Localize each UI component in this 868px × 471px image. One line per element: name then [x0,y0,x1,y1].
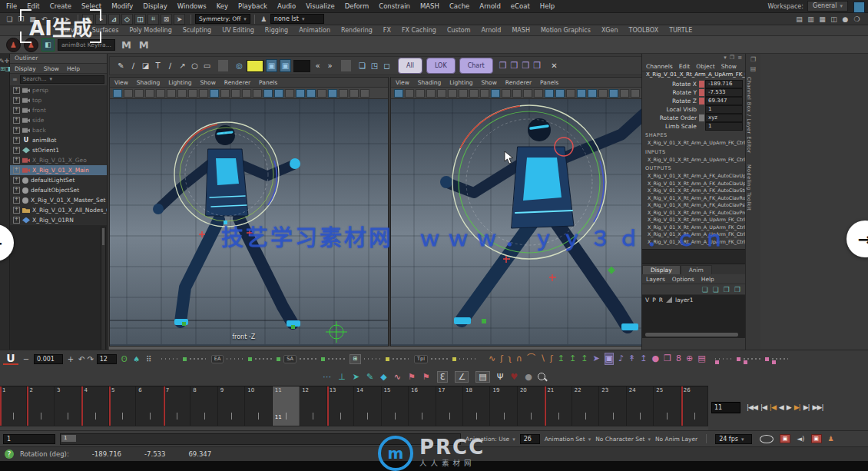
slider-token[interactable] [321,357,325,361]
safe-action-icon[interactable] [523,89,532,98]
timeline-frame[interactable]: 3 3 [55,386,81,426]
nudge-arrow-button[interactable]: ↷ [87,355,93,363]
layer-name[interactable]: layer1 [675,297,694,303]
start-frame-field[interactable]: 1 [3,434,55,444]
slider-token[interactable] [744,358,762,360]
output-node[interactable]: X_Rig_V_01_X_Rt_Arm_A_FK_AutoClavPstd_B.… [642,202,745,210]
pan-zoom-icon[interactable] [448,89,457,98]
flag-icon[interactable]: ⚑ [408,372,416,382]
slider-token[interactable] [183,357,187,361]
viewport-menu[interactable]: Show [200,79,216,86]
list-icon[interactable]: ▤ [475,371,489,383]
menu-item[interactable]: Cache [449,2,469,10]
epsilon-icon[interactable]: Ɛ [437,371,449,383]
step-forward-frame-button[interactable]: ▶| [802,403,811,411]
slider-token[interactable] [772,358,790,360]
timeline-frame[interactable]: 19 19 [490,386,517,426]
layer-editor-menu[interactable]: Help [701,276,714,283]
shelf-tab[interactable]: XGen [601,27,618,35]
move-layer-down-icon[interactable]: ❐ [734,286,740,294]
slider-token[interactable] [765,355,769,363]
image-plane-icon[interactable] [156,89,165,98]
ease-snap-icon[interactable]: ʃ [550,353,553,364]
ease-s-icon[interactable]: ʃ [500,353,503,364]
channelbox-menu[interactable]: Edit [679,63,691,70]
output-node[interactable]: X_Rig_V_01_X_Rt_Arm_A_UpArm_FK_Ctrl_Ro..… [642,217,745,224]
slider-token[interactable] [277,357,280,361]
next-icon[interactable]: » [325,60,335,71]
layer-editor-menu[interactable]: Options [672,276,694,283]
stand-icon[interactable]: ↥ [640,353,647,364]
color-swatch[interactable] [247,60,263,72]
outliner-item[interactable]: X_Rig_V_01_X_Main [10,165,107,175]
timeline-frame[interactable]: 11 11 [273,386,300,426]
web-icon[interactable]: ⊕ [686,353,693,364]
viewport-front[interactable]: ViewShadingLightingShowRendererPanels [109,77,389,347]
outliner-item[interactable]: defaultLightSet [10,175,107,185]
field-chart-icon[interactable] [231,89,240,98]
layer-row[interactable]: V P R layer1 [642,295,745,304]
timeline-frame[interactable]: 23 23 [599,386,626,426]
snap-view-icon[interactable]: ◫ [134,14,146,25]
timeline-frame[interactable]: 9 9 [218,386,245,426]
ease-arch-icon[interactable]: ∩ [516,353,522,364]
pencil-icon[interactable]: ✎ [116,60,126,71]
mash-shelf-icon[interactable]: M [121,39,131,51]
shelf-tab[interactable]: Arnold [482,27,502,35]
export-region-icon[interactable]: ◻ [382,60,392,71]
spade-icon[interactable]: ♠ [132,355,141,363]
render-region-icon[interactable]: ▥ [806,15,816,24]
workspace-value[interactable]: General [807,1,848,12]
slider-token[interactable]: Tpl [414,355,428,363]
render-settings-icon[interactable]: ◫ [829,15,839,24]
expand-icon[interactable] [13,197,20,204]
slider-token[interactable] [328,358,346,360]
shelf-tab[interactable]: Poly Modeling [129,27,171,35]
outliner-item[interactable]: front [10,105,107,115]
smooth-shade-icon[interactable] [609,89,618,98]
decrement-button[interactable]: − [22,355,31,363]
slider-token[interactable] [459,358,478,360]
lock-icon[interactable]: ⊠ [161,14,172,25]
expand-icon[interactable] [13,217,20,224]
picker-folder-icon[interactable]: ❒ [511,61,518,71]
shelf-tab[interactable]: MASH [512,27,529,35]
slider-token[interactable] [715,358,734,360]
outliner-vscrollbar[interactable] [101,227,106,366]
select-camera-icon[interactable] [394,89,403,98]
shelf-tab[interactable]: Sculpting [183,27,211,35]
layer-reference-toggle[interactable]: R [659,297,663,303]
channel-value[interactable]: 1 [705,105,743,114]
mute-icon[interactable]: ◄) [797,435,804,443]
menu-item[interactable]: Modify [111,2,133,10]
shelf-tab[interactable]: Motion Graphics [541,27,591,35]
outliner-item[interactable]: X_Rig_V_01_X_Geo [10,155,107,165]
expand-icon[interactable] [13,177,20,184]
viewport-menu[interactable]: Shading [137,79,160,86]
branch-icon[interactable]: Ψ [497,372,504,382]
layer-visible-toggle[interactable]: V [645,297,649,303]
step-back-frame-button[interactable]: |◀ [759,403,768,411]
slider-token[interactable] [364,358,383,360]
viewport-menu[interactable]: Panels [540,79,558,86]
pan-zoom-icon[interactable] [167,89,176,98]
play-backwards-button[interactable]: ◀ [777,403,785,411]
tripod-c-icon[interactable]: ↥ [581,353,588,364]
menu-item[interactable]: Visualize [306,2,334,10]
textured-icon[interactable] [620,89,629,98]
viewport-front-canvas[interactable]: front -Z [110,99,388,344]
outliner-menu[interactable]: Display [15,65,36,72]
shelf-tab[interactable]: FX Caching [402,27,436,35]
expand-icon[interactable] [13,167,20,174]
output-node[interactable]: X_Rig_V_01_X_Rt_Arm_A_FK_AutoClavProd_..… [642,210,745,217]
grease-pencil-icon[interactable] [459,89,468,98]
lock-camera-icon[interactable] [405,89,414,98]
bookmarks-icon[interactable] [426,89,436,98]
sidebar-strip-icon[interactable]: ❐ [746,56,760,63]
expand-icon[interactable] [13,207,20,214]
eraser-icon[interactable]: ◪ [141,60,151,71]
output-node[interactable]: X_Rig_V_01_X_Rt_Arm_A_FK_AutoClavRot_... [642,195,745,203]
timeline-frame[interactable]: 5 5 [109,386,136,426]
outliner-item[interactable]: X_Rig_V_01_X_Master_Set [10,195,107,205]
resolution-gate-icon[interactable] [491,89,500,98]
